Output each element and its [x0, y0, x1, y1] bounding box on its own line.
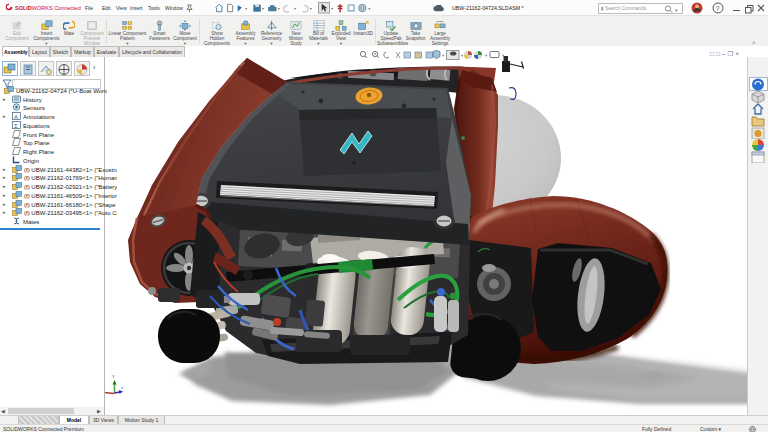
svg-text:▾: ▾: [294, 6, 297, 11]
svg-text:▾: ▾: [262, 6, 265, 11]
svg-text:?: ?: [716, 5, 720, 12]
svg-text:A: A: [14, 114, 18, 120]
svg-text:▾: ▾: [502, 53, 505, 58]
svg-text:▾: ▾: [245, 6, 248, 11]
svg-text:▾: ▾: [331, 6, 334, 11]
svg-text:▾: ▾: [310, 6, 313, 11]
svg-text:Y: Y: [112, 374, 115, 379]
svg-text:▾: ▾: [442, 53, 445, 58]
svg-text:▾: ▾: [278, 6, 281, 11]
svg-text:z: z: [121, 385, 123, 390]
svg-text:Σ: Σ: [14, 122, 18, 128]
svg-text:▾: ▾: [485, 53, 488, 58]
svg-text:▾: ▾: [675, 7, 678, 13]
svg-text:▾: ▾: [368, 6, 371, 11]
svg-text:▾: ▾: [461, 53, 464, 58]
